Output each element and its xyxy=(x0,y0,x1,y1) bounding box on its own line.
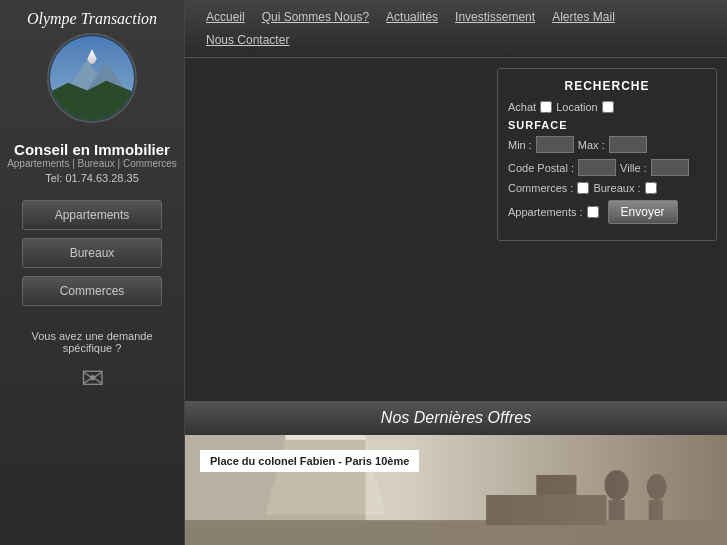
company-tel: Tel: 01.74.63.28.35 xyxy=(7,172,177,184)
achat-label: Achat xyxy=(508,101,536,113)
navbar: Accueil Qui Sommes Nous? Actualités Inve… xyxy=(185,0,727,58)
page-layout: Olympe Transaction xyxy=(0,0,727,545)
logo-area: Olympe Transaction xyxy=(27,10,157,123)
max-label: Max : xyxy=(578,139,605,151)
min-input[interactable] xyxy=(536,136,574,153)
bureaux-checkbox[interactable] xyxy=(645,182,657,194)
company-sub: Appartements | Bureaux | Commerces xyxy=(7,158,177,169)
offers-header: Nos Dernières Offres xyxy=(185,401,727,435)
nav-actualites[interactable]: Actualités xyxy=(380,8,444,26)
top-section: Olympe Transaction xyxy=(0,0,727,545)
search-title: RECHERCHE xyxy=(508,79,706,93)
ville-input[interactable] xyxy=(651,159,689,176)
sidebar-demand: Vous avez une demande spécifique ? ✉ xyxy=(0,330,184,395)
offers-image-area: Place du colonel Fabien - Paris 10ème xyxy=(185,435,727,545)
logo-text: Olympe Transaction xyxy=(27,10,157,28)
company-name: Conseil en Immobilier xyxy=(7,141,177,158)
nav-qui-sommes-nous[interactable]: Qui Sommes Nous? xyxy=(256,8,375,26)
svg-rect-17 xyxy=(285,435,365,440)
nav-nous-contacter[interactable]: Nous Contacter xyxy=(200,31,295,49)
offers-section: Nos Dernières Offres Place du colonel Fa… xyxy=(185,401,727,545)
mountain-svg xyxy=(49,33,135,123)
sidebar: Olympe Transaction xyxy=(0,0,185,545)
nav-alertes-mail[interactable]: Alertes Mail xyxy=(546,8,621,26)
max-input[interactable] xyxy=(609,136,647,153)
commerces-bureaux-row: Commerces : Bureaux : xyxy=(508,182,706,194)
envoyer-button[interactable]: Envoyer xyxy=(608,200,678,224)
office-detail xyxy=(402,435,727,545)
achat-location-row: Achat Location xyxy=(508,101,706,113)
bureaux-label: Bureaux : xyxy=(593,182,640,194)
achat-checkbox[interactable] xyxy=(540,101,552,113)
surface-label: SURFACE xyxy=(508,119,706,131)
location-checkbox[interactable] xyxy=(602,101,614,113)
search-panel: RECHERCHE Achat Location SURFACE Mi xyxy=(497,68,717,401)
commerces-button[interactable]: Commerces xyxy=(22,276,162,306)
search-box: RECHERCHE Achat Location SURFACE Mi xyxy=(497,68,717,241)
offer-tag: Place du colonel Fabien - Paris 10ème xyxy=(200,450,419,472)
appartements-envoyer-row: Appartements : Envoyer xyxy=(508,200,706,224)
min-max-row: Min : Max : xyxy=(508,136,706,153)
appartements-button[interactable]: Appartements xyxy=(22,200,162,230)
nav-accueil[interactable]: Accueil xyxy=(200,8,251,26)
ville-label: Ville : xyxy=(620,162,647,174)
appartements-checkbox[interactable] xyxy=(587,206,599,218)
location-label: Location xyxy=(556,101,598,113)
code-postal-input[interactable] xyxy=(578,159,616,176)
company-info: Conseil en Immobilier Appartements | Bur… xyxy=(7,141,177,184)
code-postal-label: Code Postal : xyxy=(508,162,574,174)
min-label: Min : xyxy=(508,139,532,151)
appartements-label: Appartements : xyxy=(508,206,583,218)
commerces-label: Commerces : xyxy=(508,182,573,194)
code-postal-row: Code Postal : Ville : xyxy=(508,159,706,176)
commerces-checkbox[interactable] xyxy=(577,182,589,194)
main-right: Accueil Qui Sommes Nous? Actualités Inve… xyxy=(185,0,727,545)
envelope-icon: ✉ xyxy=(10,362,174,395)
bureaux-button[interactable]: Bureaux xyxy=(22,238,162,268)
middle-content: RECHERCHE Achat Location SURFACE Mi xyxy=(185,58,727,401)
nav-investissement[interactable]: Investissement xyxy=(449,8,541,26)
logo-circle xyxy=(47,33,137,123)
